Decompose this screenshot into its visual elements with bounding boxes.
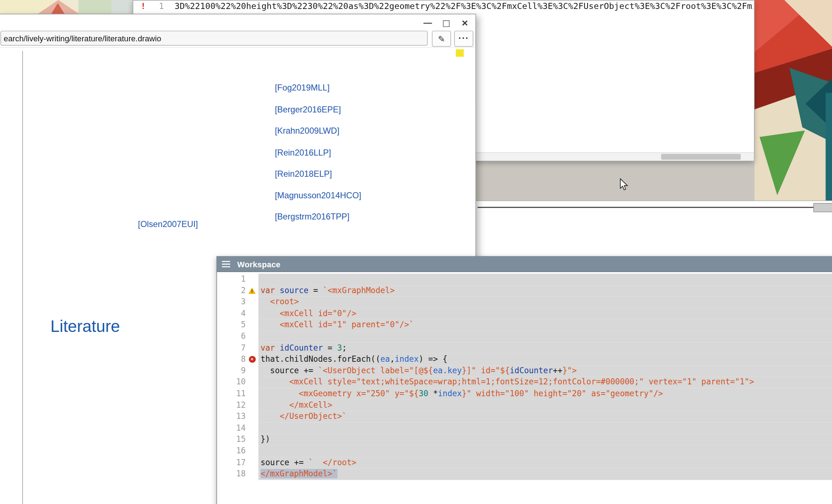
- gutter-cell: 3: [217, 297, 258, 308]
- window-title: Workspace: [237, 260, 280, 269]
- window-edge-line: [478, 207, 832, 208]
- code-text[interactable]: </UserObject>`: [258, 411, 832, 422]
- code-line[interactable]: 15}): [217, 434, 832, 445]
- citation-link[interactable]: [Bergstrm2016TPP]: [275, 212, 349, 222]
- gutter-cell: 15: [217, 434, 258, 445]
- code-line[interactable]: 3 <root>: [217, 297, 832, 308]
- code-line[interactable]: 10 <mxCell style="text;whiteSpace=wrap;h…: [217, 377, 832, 388]
- hamburger-menu-icon[interactable]: [222, 261, 230, 267]
- gutter-cell: 6: [217, 331, 258, 342]
- code-line[interactable]: 7var idCounter = 3;: [217, 342, 832, 354]
- line-number: 13: [217, 411, 246, 422]
- line-number: 7: [217, 342, 246, 354]
- code-line[interactable]: 16: [217, 445, 832, 457]
- minimize-button[interactable]: —: [422, 18, 433, 28]
- gutter-cell: 12: [217, 400, 258, 411]
- citation-link[interactable]: [Rein2018ELP]: [275, 169, 332, 179]
- toolbar: ✎ ···: [0, 31, 475, 48]
- error-icon: ×: [249, 356, 256, 363]
- gutter-cell: 14: [217, 422, 258, 434]
- line-number: 11: [217, 388, 246, 400]
- gutter-cell: 7: [217, 342, 258, 354]
- edit-button[interactable]: ✎: [432, 31, 451, 47]
- desktop: ! 1 3D%22100%22%20height%3D%2230%22%20as…: [0, 0, 832, 504]
- code-text[interactable]: [258, 422, 832, 434]
- citation-link[interactable]: [Berger2016EPE]: [275, 105, 341, 115]
- line-number: 10: [217, 377, 246, 388]
- gutter-cell: 11: [217, 388, 258, 400]
- gutter-cell: 4: [217, 308, 258, 319]
- code-text[interactable]: <mxCell id="1" parent="0"/>`: [258, 319, 832, 331]
- warning-icon: !: [248, 288, 256, 294]
- code-text[interactable]: <mxCell style="text;whiteSpace=wrap;html…: [258, 377, 832, 388]
- citation-link[interactable]: [Magnusson2014HCO]: [275, 191, 361, 201]
- code-text[interactable]: </mxGraphModel>`: [258, 468, 832, 480]
- workspace-titlebar[interactable]: Workspace: [217, 257, 832, 272]
- code-text[interactable]: </mxCell>: [258, 400, 832, 411]
- code-text[interactable]: source += ` </root>: [258, 457, 832, 468]
- code-line[interactable]: 4 <mxCell id="0"/>: [217, 308, 832, 319]
- code-line[interactable]: 18</mxGraphModel>`: [217, 468, 832, 480]
- gutter-cell: 18: [217, 468, 258, 480]
- line-number: 15: [217, 434, 246, 445]
- yellow-note-marker: [456, 49, 464, 57]
- code-text[interactable]: }): [258, 434, 832, 445]
- line-number: 1: [155, 0, 164, 12]
- pencil-icon: ✎: [438, 34, 445, 44]
- ellipsis-icon: ···: [459, 33, 469, 44]
- code-line[interactable]: 5 <mxCell id="1" parent="0"/>`: [217, 319, 832, 331]
- code-line[interactable]: 13 </UserObject>`: [217, 411, 832, 422]
- wallpaper-shape: [826, 93, 832, 202]
- code-text[interactable]: <root>: [258, 297, 832, 308]
- code-text[interactable]: <mxCell id="0"/>: [258, 308, 832, 319]
- code-text[interactable]: source += `<UserObject label="[@${ea.key…: [258, 365, 832, 377]
- code-line[interactable]: 14: [217, 422, 832, 434]
- code-text[interactable]: var source = `<mxGraphModel>: [258, 285, 832, 297]
- error-marker: !: [141, 0, 146, 12]
- citation-link[interactable]: [Rein2016LLP]: [275, 148, 331, 158]
- maximize-button[interactable]: □: [441, 18, 452, 28]
- line-number: 1: [217, 274, 246, 285]
- line-number: 18: [217, 468, 246, 480]
- scrollbar-thumb[interactable]: [661, 154, 741, 159]
- line-number: 4: [217, 308, 246, 319]
- code-text[interactable]: <mxGeometry x="250" y="${30 *index}" wid…: [258, 388, 832, 400]
- code-line[interactable]: 11 <mxGeometry x="250" y="${30 *index}" …: [217, 388, 832, 400]
- code-text[interactable]: var idCounter = 3;: [258, 342, 832, 354]
- code-line[interactable]: 2!var source = `<mxGraphModel>: [217, 285, 832, 297]
- window-titlebar[interactable]: — □ ×: [0, 14, 475, 30]
- line-number: 3: [217, 297, 246, 308]
- code-editor[interactable]: 12!var source = `<mxGraphModel>3 <root>4…: [217, 272, 832, 504]
- code-text[interactable]: [258, 331, 832, 342]
- citation-link[interactable]: [Krahn2009LWD]: [275, 126, 339, 136]
- desktop-wallpaper-right: [753, 0, 832, 202]
- wallpaper-shape: [754, 130, 805, 195]
- gutter-cell: 16: [217, 445, 258, 457]
- line-number: 6: [217, 331, 246, 342]
- gutter-cell: 9: [217, 365, 258, 377]
- code-text[interactable]: that.childNodes.forEach((ea,index) => {: [258, 354, 832, 365]
- code-line[interactable]: 17source += ` </root>: [217, 457, 832, 468]
- line-number: 9: [217, 365, 246, 377]
- code-line[interactable]: 9 source += `<UserObject label="[@${ea.k…: [217, 365, 832, 377]
- code-line[interactable]: 6: [217, 331, 832, 342]
- code-text[interactable]: [258, 274, 832, 285]
- gutter-cell: 8×: [217, 354, 258, 365]
- code-line[interactable]: 12 </mxCell>: [217, 400, 832, 411]
- line-number: 5: [217, 319, 246, 331]
- code-line[interactable]: 1: [217, 274, 832, 285]
- wallpaper-shape: [79, 0, 114, 14]
- more-options-button[interactable]: ···: [454, 31, 473, 47]
- code-line[interactable]: 8×that.childNodes.forEach((ea,index) => …: [217, 354, 832, 365]
- citation-link[interactable]: [Olsen2007EUI]: [138, 219, 198, 229]
- encoded-code-line[interactable]: 3D%22100%22%20height%3D%2230%22%20as%3D%…: [175, 0, 753, 12]
- code-text[interactable]: [258, 445, 832, 457]
- url-input[interactable]: [0, 31, 428, 46]
- citation-link[interactable]: [Fog2019MLL]: [275, 83, 330, 93]
- gutter-cell: 13: [217, 411, 258, 422]
- line-number: 16: [217, 445, 246, 457]
- workspace-code-rows: 12!var source = `<mxGraphModel>3 <root>4…: [217, 274, 832, 480]
- window-resize-handle[interactable]: [813, 203, 832, 212]
- gutter-cell: 17: [217, 457, 258, 468]
- close-button[interactable]: ×: [460, 18, 470, 28]
